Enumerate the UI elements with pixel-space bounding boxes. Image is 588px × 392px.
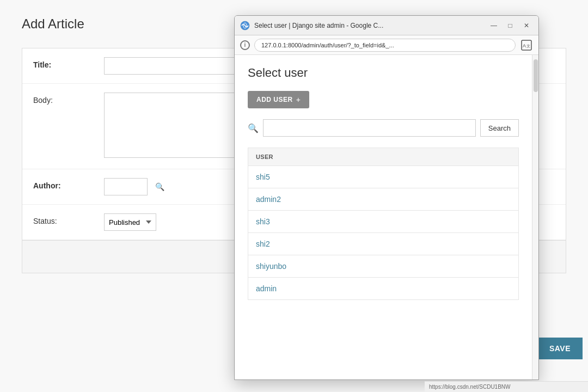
status-select[interactable]: Published Draft — [104, 213, 156, 231]
security-info-icon[interactable]: i — [240, 40, 250, 50]
status-url: https://blog.csdn.net/SCDU1BNW — [429, 384, 511, 390]
user-link[interactable]: shiyunbo — [248, 255, 519, 278]
title-label: Title: — [33, 57, 104, 69]
search-bar: 🔍 Search — [248, 119, 519, 137]
popup-title: Select user — [248, 66, 519, 80]
close-button[interactable]: ✕ — [520, 19, 533, 32]
svg-text:A: A — [523, 43, 526, 48]
popup-scrollbar[interactable] — [532, 55, 538, 379]
url-bar[interactable]: 127.0.0.1:8000/admin/auth/user/?_to_fiel… — [254, 39, 516, 52]
user-link[interactable]: admin — [248, 278, 519, 300]
search-input[interactable] — [263, 119, 476, 137]
user-table: USER shi5admin2shi3shi2shiyunboadmin — [248, 148, 519, 300]
author-label: Author: — [33, 178, 104, 190]
user-link[interactable]: shi5 — [248, 166, 519, 188]
browser-icon — [240, 21, 250, 30]
status-label: Status: — [33, 213, 104, 225]
scrollbar-thumb[interactable] — [534, 59, 538, 92]
user-link[interactable]: shi2 — [248, 233, 519, 255]
plus-icon: + — [296, 95, 301, 104]
user-link[interactable]: shi3 — [248, 211, 519, 233]
table-row[interactable]: admin2 — [248, 188, 519, 211]
add-user-label: ADD USER — [256, 96, 293, 103]
status-bar: https://blog.csdn.net/SCDU1BNW — [425, 381, 588, 392]
popup-content: Select user ADD USER + 🔍 Search USER — [235, 55, 538, 379]
table-row[interactable]: shiyunbo — [248, 255, 519, 278]
search-icon: 🔍 — [248, 123, 259, 133]
title-bar: Select user | Django site admin - Google… — [235, 16, 538, 35]
svg-text:文: 文 — [526, 44, 530, 48]
browser-popup: Select user | Django site admin - Google… — [234, 15, 539, 380]
author-search-icon[interactable]: 🔍 — [152, 179, 167, 194]
minimize-button[interactable]: — — [487, 19, 500, 32]
address-bar: i 127.0.0.1:8000/admin/auth/user/?_to_fi… — [235, 35, 538, 55]
table-row[interactable]: shi3 — [248, 211, 519, 233]
user-column-header: USER — [248, 148, 519, 166]
translate-icon[interactable]: A 文 — [520, 39, 533, 52]
table-row[interactable]: admin — [248, 278, 519, 300]
body-label: Body: — [33, 93, 104, 105]
popup-main: Select user ADD USER + 🔍 Search USER — [235, 55, 532, 379]
user-link[interactable]: admin2 — [248, 188, 519, 211]
window-controls: — □ ✕ — [487, 19, 533, 32]
table-row[interactable]: shi2 — [248, 233, 519, 255]
author-input[interactable] — [104, 178, 148, 195]
add-user-button[interactable]: ADD USER + — [248, 91, 309, 108]
search-button[interactable]: Search — [480, 119, 519, 137]
save-button[interactable]: SAVE — [537, 338, 583, 359]
window-title: Select user | Django site admin - Google… — [254, 22, 483, 29]
maximize-button[interactable]: □ — [504, 19, 517, 32]
table-row[interactable]: shi5 — [248, 166, 519, 188]
